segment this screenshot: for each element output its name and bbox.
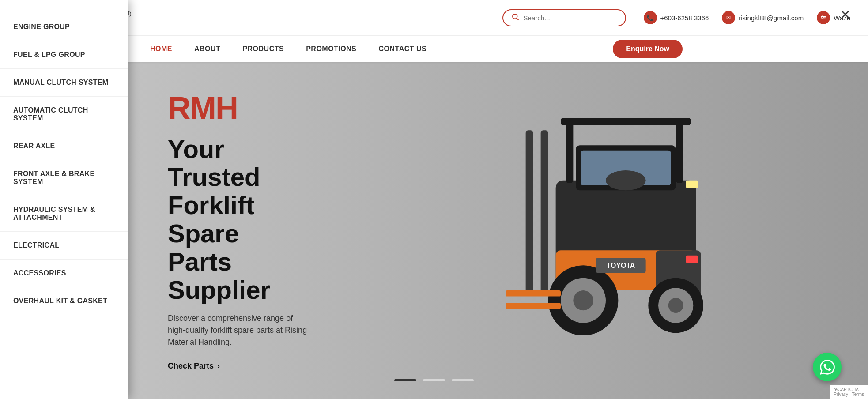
- sidebar-item-automatic-clutch[interactable]: AUTOMATIC CLUTCH SYSTEM: [0, 97, 128, 132]
- svg-rect-6: [566, 120, 573, 183]
- enquire-button[interactable]: Enquire Now: [613, 40, 683, 58]
- svg-point-22: [606, 170, 646, 190]
- svg-point-15: [668, 298, 683, 313]
- waze-icon: 🗺: [817, 11, 830, 24]
- phone-contact[interactable]: 📞 +603-6258 3366: [644, 11, 709, 24]
- svg-rect-23: [686, 181, 698, 188]
- search-input[interactable]: [524, 14, 612, 22]
- contact-info: 📞 +603-6258 3366 ✉ risingkl88@gmail.com …: [644, 11, 850, 24]
- recaptcha-badge: reCAPTCHAPrivacy - Terms: [830, 385, 868, 399]
- svg-rect-16: [526, 130, 533, 295]
- recaptcha-text: reCAPTCHAPrivacy - Terms: [834, 387, 864, 397]
- navbar: HOME ABOUT PRODUCTS PROMOTIONS CONTACT U…: [0, 35, 868, 62]
- nav-items: HOME ABOUT PRODUCTS PROMOTIONS CONTACT U…: [150, 45, 613, 53]
- header: RMH Rising Material Handling (M) Sdn Bhd…: [0, 0, 868, 35]
- phone-number: +603-6258 3366: [660, 14, 709, 22]
- sidebar-item-overhaul[interactable]: OVERHAUL KIT & GASKET: [0, 287, 128, 315]
- email-icon: ✉: [722, 11, 735, 24]
- arrow-right-icon: ›: [217, 361, 220, 371]
- svg-rect-17: [541, 130, 548, 295]
- hero-brand: RMH: [168, 90, 309, 126]
- sidebar-item-electrical[interactable]: ELECTRICAL: [0, 232, 128, 260]
- svg-rect-8: [561, 118, 691, 125]
- sidebar-menu: ENGINE GROUP FUEL & LPG GROUP MANUAL CLU…: [0, 0, 128, 399]
- sidebar-item-rear-axle[interactable]: REAR AXLE: [0, 132, 128, 160]
- carousel-dot-2[interactable]: [423, 379, 445, 381]
- svg-rect-24: [686, 256, 698, 263]
- svg-point-12: [573, 290, 593, 310]
- check-parts-label: Check Parts: [168, 361, 214, 371]
- svg-point-0: [513, 14, 517, 19]
- forklift-image: TOYOTA: [488, 80, 762, 380]
- sidebar-item-manual-clutch[interactable]: MANUAL CLUTCH SYSTEM: [0, 69, 128, 97]
- nav-contact[interactable]: CONTACT US: [379, 45, 427, 53]
- search-icon: [511, 13, 519, 23]
- svg-rect-19: [506, 303, 561, 309]
- nav-promotions[interactable]: PROMOTIONS: [306, 45, 356, 53]
- close-button[interactable]: ✕: [840, 9, 850, 21]
- nav-home[interactable]: HOME: [150, 45, 172, 53]
- phone-icon: 📞: [644, 11, 657, 24]
- check-parts-link[interactable]: Check Parts ›: [168, 361, 309, 371]
- hero-image: TOYOTA: [471, 62, 780, 399]
- carousel-dot-1[interactable]: [394, 379, 416, 381]
- carousel-dot-3[interactable]: [452, 379, 474, 381]
- nav-about[interactable]: ABOUT: [194, 45, 220, 53]
- sidebar-item-engine-group[interactable]: ENGINE GROUP: [0, 13, 128, 41]
- sidebar-item-fuel-lpg-group[interactable]: FUEL & LPG GROUP: [0, 41, 128, 69]
- sidebar-item-front-axle[interactable]: FRONT AXLE & BRAKE SYSTEM: [0, 160, 128, 196]
- svg-rect-18: [506, 290, 561, 297]
- search-bar[interactable]: [502, 9, 626, 26]
- svg-rect-7: [676, 120, 683, 183]
- hero-title: Your Trusted Forklift Spare Parts Suppli…: [168, 135, 309, 304]
- sidebar-item-hydraulic[interactable]: HYDRAULIC SYSTEM & ATTACHMENT: [0, 196, 128, 232]
- carousel-dots: [394, 379, 474, 381]
- svg-line-1: [517, 18, 518, 20]
- nav-products[interactable]: PRODUCTS: [242, 45, 284, 53]
- email-contact[interactable]: ✉ risingkl88@gmail.com: [722, 11, 804, 24]
- email-address: risingkl88@gmail.com: [739, 14, 804, 22]
- hero-description: Discover a comprehensive range of high-q…: [168, 312, 309, 348]
- whatsapp-button[interactable]: [813, 353, 842, 381]
- svg-text:TOYOTA: TOYOTA: [607, 262, 635, 269]
- sidebar-item-accessories[interactable]: ACCESSORIES: [0, 260, 128, 287]
- hero-section: RMH Your Trusted Forklift Spare Parts Su…: [0, 62, 868, 399]
